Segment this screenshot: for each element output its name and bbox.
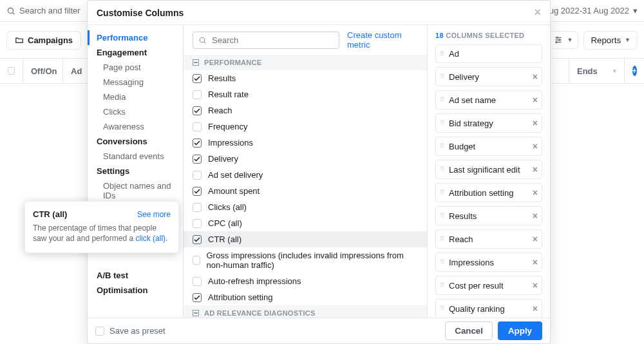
metric-row[interactable]: Delivery	[184, 151, 427, 167]
sidebar-item[interactable]: Media	[88, 90, 183, 104]
drag-handle-icon[interactable]: ⠿	[440, 260, 445, 264]
cancel-button[interactable]: Cancel	[445, 321, 493, 340]
drag-handle-icon[interactable]: ⠿	[440, 307, 445, 311]
remove-icon[interactable]: ×	[533, 118, 538, 128]
metric-row[interactable]: Attribution setting	[184, 289, 427, 305]
selected-column-label: Impressions	[449, 258, 494, 267]
checkbox-icon	[193, 90, 202, 99]
drag-handle-icon[interactable]: ⠿	[440, 214, 445, 218]
selected-column-label: Results	[449, 211, 477, 221]
selected-column-item[interactable]: ⠿Last significant edit×	[435, 160, 542, 179]
drag-handle-icon[interactable]: ⠿	[440, 98, 445, 102]
drag-handle-icon[interactable]: ⠿	[440, 191, 445, 195]
metric-label: CTR (all)	[208, 234, 242, 244]
remove-icon[interactable]: ×	[533, 303, 538, 314]
category-sidebar: PerformanceEngagementPage postMessagingM…	[88, 25, 183, 318]
remove-icon[interactable]: ×	[533, 141, 538, 151]
selected-column-item[interactable]: ⠿Reach×	[435, 229, 542, 249]
remove-icon[interactable]: ×	[533, 72, 538, 82]
metric-search[interactable]	[193, 32, 339, 49]
selected-column-label: Last significant edit	[449, 165, 520, 175]
selected-column-item[interactable]: ⠿Delivery×	[435, 67, 542, 86]
checkbox-icon	[193, 219, 202, 228]
sidebar-item[interactable]: Standard events	[88, 149, 183, 164]
modal-title: Customise Columns	[97, 8, 184, 18]
drag-handle-icon[interactable]: ⠿	[440, 283, 445, 287]
selected-column-item[interactable]: ⠿Ad set name×	[435, 90, 542, 110]
drag-handle-icon[interactable]: ⠿	[440, 121, 445, 125]
sidebar-item[interactable]: Engagement	[88, 45, 183, 60]
metrics-list[interactable]: PERFORMANCEResultsResult rateReachFreque…	[184, 55, 427, 318]
metric-label: Amount spent	[208, 186, 260, 196]
sidebar-item[interactable]: Object names and IDs	[88, 178, 183, 203]
selected-columns-panel: 18 COLUMNS SELECTED ⠿Ad⠿Delivery×⠿Ad set…	[428, 25, 550, 318]
tooltip-body: The percentage of times that people saw …	[33, 223, 171, 244]
metric-row[interactable]: Frequency	[184, 119, 427, 135]
selected-column-item[interactable]: ⠿Quality ranking×	[435, 299, 542, 318]
remove-icon[interactable]: ×	[533, 164, 538, 175]
metric-label: Frequency	[208, 122, 247, 131]
close-icon[interactable]: ×	[534, 6, 541, 19]
sidebar-item[interactable]: Clicks	[88, 104, 183, 119]
collapse-icon	[193, 310, 199, 316]
sidebar-item[interactable]: Performance	[88, 30, 183, 45]
selected-column-item[interactable]: ⠿Bid strategy×	[435, 113, 542, 133]
tooltip-see-more[interactable]: See more	[137, 210, 171, 219]
drag-handle-icon[interactable]: ⠿	[440, 167, 445, 171]
sidebar-item[interactable]: Awareness	[88, 119, 183, 134]
remove-icon[interactable]: ×	[533, 211, 538, 221]
metric-label: Clicks (all)	[208, 202, 247, 212]
metric-label: Impressions	[208, 138, 253, 148]
sidebar-item[interactable]: Settings	[88, 164, 183, 178]
checkbox-icon	[193, 74, 202, 83]
drag-handle-icon[interactable]: ⠿	[440, 144, 445, 148]
checkbox-icon	[193, 293, 202, 302]
metric-row[interactable]: Results	[184, 70, 427, 86]
selected-column-label: Attribution setting	[449, 188, 513, 198]
selected-column-item[interactable]: ⠿Results×	[435, 206, 542, 225]
drag-handle-icon[interactable]: ⠿	[440, 75, 445, 79]
selected-column-label: Reach	[449, 234, 473, 244]
apply-button[interactable]: Apply	[498, 321, 542, 340]
drag-handle-icon[interactable]: ⠿	[440, 237, 445, 241]
metric-label: Results	[208, 73, 236, 83]
remove-icon[interactable]: ×	[533, 234, 538, 244]
metric-row[interactable]: Gross impressions (includes invalid impr…	[184, 247, 427, 273]
selected-columns-title: 18 COLUMNS SELECTED	[435, 32, 542, 39]
metric-tooltip: CTR (all) See more The percentage of tim…	[24, 201, 179, 253]
selected-column-label: Delivery	[449, 72, 479, 82]
selected-column-item[interactable]: ⠿Cost per result×	[435, 276, 542, 295]
sidebar-item[interactable]: Page post	[88, 60, 183, 75]
sidebar-item[interactable]: Messaging	[88, 75, 183, 90]
create-custom-metric-link[interactable]: Create custom metric	[347, 30, 418, 50]
metric-row[interactable]: Impressions	[184, 135, 427, 151]
metric-row[interactable]: Clicks (all)	[184, 199, 427, 215]
checkbox-icon	[193, 235, 202, 244]
selected-column-item[interactable]: ⠿Ad	[435, 44, 542, 63]
metric-row[interactable]: Reach	[184, 102, 427, 119]
tooltip-inline-link[interactable]: click (all)	[135, 234, 166, 243]
selected-column-label: Bid strategy	[449, 119, 493, 128]
metric-row[interactable]: CTR (all)	[184, 231, 427, 247]
sidebar-item[interactable]: Optimisation	[88, 283, 183, 298]
metric-row[interactable]: Ad set delivery	[184, 167, 427, 183]
metric-section-header[interactable]: AD RELEVANCE DIAGNOSTICS	[184, 305, 427, 318]
remove-icon[interactable]: ×	[533, 187, 538, 198]
remove-icon[interactable]: ×	[533, 95, 538, 105]
remove-icon[interactable]: ×	[533, 257, 538, 267]
selected-column-item[interactable]: ⠿Budget×	[435, 137, 542, 156]
remove-icon[interactable]: ×	[533, 280, 538, 291]
metric-section-header[interactable]: PERFORMANCE	[184, 55, 427, 70]
metric-row[interactable]: Auto-refresh impressions	[184, 273, 427, 289]
metric-row[interactable]: CPC (all)	[184, 215, 427, 231]
metric-row[interactable]: Result rate	[184, 86, 427, 102]
metric-row[interactable]: Amount spent	[184, 183, 427, 199]
save-as-preset[interactable]: Save as preset	[95, 326, 166, 336]
selected-column-item[interactable]: ⠿Attribution setting×	[435, 183, 542, 202]
checkbox-icon	[193, 122, 202, 131]
sidebar-item[interactable]: A/B test	[88, 268, 183, 283]
sidebar-item[interactable]: Conversions	[88, 134, 183, 149]
drag-handle-icon[interactable]: ⠿	[440, 52, 445, 56]
metric-search-input[interactable]	[211, 35, 334, 46]
selected-column-item[interactable]: ⠿Impressions×	[435, 253, 542, 272]
